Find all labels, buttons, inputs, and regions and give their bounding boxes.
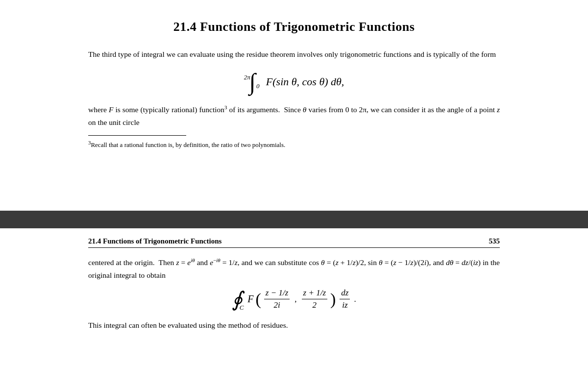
footnote: 3Recall that a rational function is, by … xyxy=(88,139,500,150)
lower-limit: 0 xyxy=(256,82,260,90)
frac-dz: dz iz xyxy=(340,288,350,310)
page-top: 21.4 Functions of Trigonometric Function… xyxy=(0,0,588,211)
bottom-paragraph1: centered at the origin. Then z = eiθ and… xyxy=(88,256,500,281)
bottom-integral: ∮ C F ( z − 1/z 2i , z + 1/z 2 ) dz iz xyxy=(88,288,500,310)
integral-display: 2π 0 ∫ 2π 0 F(sin θ, cos θ) dθ, xyxy=(88,70,500,93)
period: . xyxy=(354,294,356,304)
integrand: F(sin θ, cos θ) dθ, xyxy=(266,75,344,88)
page-bottom: 21.4 Functions of Trigonometric Function… xyxy=(0,228,588,353)
where-paragraph: where F is some (typically rational) fun… xyxy=(88,103,500,128)
chapter-header-title: 21.4 Functions of Trigonometric Function… xyxy=(88,237,221,245)
contour-label: C xyxy=(240,304,244,312)
frac-sin: z − 1/z 2i xyxy=(264,288,290,310)
right-paren: ) xyxy=(330,291,336,308)
page-divider xyxy=(0,211,588,228)
intro-paragraph: The third type of integral we can evalua… xyxy=(88,48,500,61)
section-number: 21.4 Functions of Trigonometric Function… xyxy=(173,20,415,34)
section-title: 21.4 Functions of Trigonometric Function… xyxy=(88,20,500,34)
page-header: 21.4 Functions of Trigonometric Function… xyxy=(88,228,500,248)
conclusion-paragraph: This integral can often be evaluated usi… xyxy=(88,319,500,332)
left-paren: ( xyxy=(256,291,261,308)
frac-cos: z + 1/z 2 xyxy=(302,288,327,310)
comma1: , xyxy=(294,294,296,304)
page-number: 535 xyxy=(489,237,500,245)
integrand-F: F xyxy=(247,293,253,305)
footnote-rule xyxy=(88,135,186,136)
